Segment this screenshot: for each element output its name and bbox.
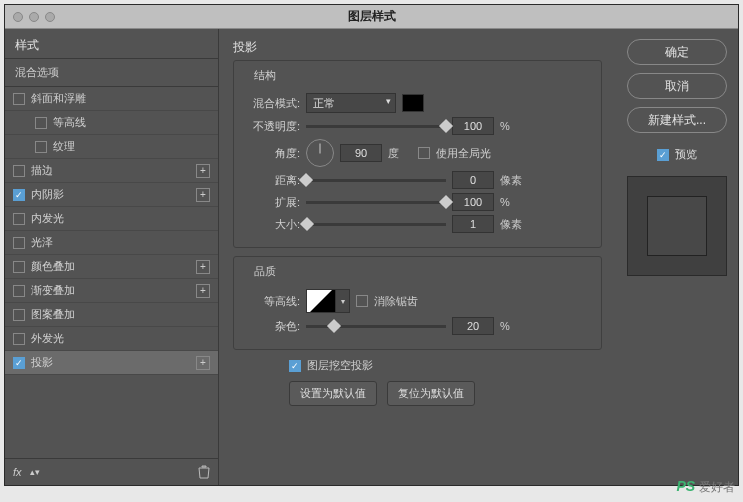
chevron-down-icon[interactable]: ▾ bbox=[336, 289, 350, 313]
distance-slider[interactable] bbox=[306, 179, 446, 182]
size-input[interactable] bbox=[452, 215, 494, 233]
style-checkbox[interactable] bbox=[35, 117, 47, 129]
style-checkbox[interactable] bbox=[13, 213, 25, 225]
color-swatch[interactable] bbox=[402, 94, 424, 112]
style-checkbox[interactable] bbox=[13, 333, 25, 345]
plus-icon[interactable]: + bbox=[196, 356, 210, 370]
dialog-content: 样式 混合选项 斜面和浮雕等高线纹理描边+内阴影+内发光光泽颜色叠加+渐变叠加+… bbox=[5, 29, 738, 485]
size-slider[interactable] bbox=[306, 223, 446, 226]
set-default-button[interactable]: 设置为默认值 bbox=[289, 381, 377, 406]
plus-icon[interactable]: + bbox=[196, 284, 210, 298]
angle-input[interactable] bbox=[340, 144, 382, 162]
spread-input[interactable] bbox=[452, 193, 494, 211]
style-item-8[interactable]: 渐变叠加+ bbox=[5, 279, 218, 303]
style-checkbox[interactable] bbox=[13, 165, 25, 177]
contour-select[interactable]: ▾ bbox=[306, 289, 350, 313]
trash-icon[interactable] bbox=[198, 465, 210, 479]
default-buttons-row: 设置为默认值 复位为默认值 bbox=[289, 381, 602, 406]
structure-legend: 结构 bbox=[250, 68, 280, 83]
style-item-10[interactable]: 外发光 bbox=[5, 327, 218, 351]
spread-unit: % bbox=[500, 196, 524, 208]
style-label: 纹理 bbox=[53, 139, 75, 154]
style-item-5[interactable]: 内发光 bbox=[5, 207, 218, 231]
style-label: 投影 bbox=[31, 355, 53, 370]
antialias-label: 消除锯齿 bbox=[374, 294, 418, 309]
zoom-dot[interactable] bbox=[45, 12, 55, 22]
style-item-7[interactable]: 颜色叠加+ bbox=[5, 255, 218, 279]
sidebar-header: 样式 bbox=[5, 29, 218, 59]
fx-label[interactable]: fx bbox=[13, 466, 22, 478]
style-label: 描边 bbox=[31, 163, 53, 178]
angle-row: 角度: 度 使用全局光 bbox=[244, 139, 591, 167]
angle-dial[interactable] bbox=[306, 139, 334, 167]
reset-default-button[interactable]: 复位为默认值 bbox=[387, 381, 475, 406]
plus-icon[interactable]: + bbox=[196, 188, 210, 202]
preview-swatch bbox=[647, 196, 707, 256]
quality-legend: 品质 bbox=[250, 264, 280, 279]
style-checkbox[interactable] bbox=[13, 189, 25, 201]
close-dot[interactable] bbox=[13, 12, 23, 22]
style-label: 光泽 bbox=[31, 235, 53, 250]
style-item-9[interactable]: 图案叠加 bbox=[5, 303, 218, 327]
ok-button[interactable]: 确定 bbox=[627, 39, 727, 65]
style-checkbox[interactable] bbox=[13, 237, 25, 249]
style-item-1[interactable]: 等高线 bbox=[5, 111, 218, 135]
style-item-11[interactable]: 投影+ bbox=[5, 351, 218, 375]
quality-fieldset: 品质 等高线: ▾ 消除锯齿 杂色: % bbox=[233, 256, 602, 350]
style-checkbox[interactable] bbox=[35, 141, 47, 153]
minimize-dot[interactable] bbox=[29, 12, 39, 22]
styles-sidebar: 样式 混合选项 斜面和浮雕等高线纹理描边+内阴影+内发光光泽颜色叠加+渐变叠加+… bbox=[5, 29, 219, 485]
style-item-2[interactable]: 纹理 bbox=[5, 135, 218, 159]
titlebar[interactable]: 图层样式 bbox=[5, 5, 738, 29]
preview-checkbox[interactable] bbox=[657, 149, 669, 161]
global-light-checkbox[interactable] bbox=[418, 147, 430, 159]
style-item-0[interactable]: 斜面和浮雕 bbox=[5, 87, 218, 111]
blend-mode-select[interactable]: 正常 bbox=[306, 93, 396, 113]
watermark-text: 爱好者 bbox=[699, 480, 735, 494]
knockout-checkbox[interactable] bbox=[289, 360, 301, 372]
opacity-label: 不透明度: bbox=[244, 119, 300, 134]
preview-box bbox=[627, 176, 727, 276]
style-label: 外发光 bbox=[31, 331, 64, 346]
noise-input[interactable] bbox=[452, 317, 494, 335]
style-item-6[interactable]: 光泽 bbox=[5, 231, 218, 255]
cancel-button[interactable]: 取消 bbox=[627, 73, 727, 99]
spread-slider[interactable] bbox=[306, 201, 446, 204]
style-checkbox[interactable] bbox=[13, 93, 25, 105]
sidebar-footer: fx ▴▾ bbox=[5, 458, 218, 485]
structure-fieldset: 结构 混合模式: 正常 不透明度: % 角度: 度 bbox=[233, 60, 602, 248]
noise-label: 杂色: bbox=[244, 319, 300, 334]
spread-label: 扩展: bbox=[244, 195, 300, 210]
style-label: 斜面和浮雕 bbox=[31, 91, 86, 106]
new-style-button[interactable]: 新建样式... bbox=[627, 107, 727, 133]
style-label: 颜色叠加 bbox=[31, 259, 75, 274]
style-checkbox[interactable] bbox=[13, 309, 25, 321]
opacity-input[interactable] bbox=[452, 117, 494, 135]
distance-unit: 像素 bbox=[500, 173, 524, 188]
noise-slider[interactable] bbox=[306, 325, 446, 328]
blend-mode-row: 混合模式: 正常 bbox=[244, 93, 591, 113]
opacity-slider[interactable] bbox=[306, 125, 446, 128]
style-label: 图案叠加 bbox=[31, 307, 75, 322]
distance-label: 距离: bbox=[244, 173, 300, 188]
plus-icon[interactable]: + bbox=[196, 260, 210, 274]
preview-row: 预览 bbox=[657, 147, 697, 162]
style-checkbox[interactable] bbox=[13, 285, 25, 297]
window-controls[interactable] bbox=[13, 12, 55, 22]
style-label: 内发光 bbox=[31, 211, 64, 226]
distance-input[interactable] bbox=[452, 171, 494, 189]
style-item-4[interactable]: 内阴影+ bbox=[5, 183, 218, 207]
antialias-checkbox[interactable] bbox=[356, 295, 368, 307]
spread-row: 扩展: % bbox=[244, 193, 591, 211]
blend-mode-label: 混合模式: bbox=[244, 96, 300, 111]
fx-menu-icon[interactable]: ▴▾ bbox=[30, 467, 40, 477]
plus-icon[interactable]: + bbox=[196, 164, 210, 178]
contour-row: 等高线: ▾ 消除锯齿 bbox=[244, 289, 591, 313]
knockout-label: 图层挖空投影 bbox=[307, 358, 373, 373]
blend-options-item[interactable]: 混合选项 bbox=[5, 59, 218, 87]
style-checkbox[interactable] bbox=[13, 261, 25, 273]
style-checkbox[interactable] bbox=[13, 357, 25, 369]
style-item-3[interactable]: 描边+ bbox=[5, 159, 218, 183]
contour-label: 等高线: bbox=[244, 294, 300, 309]
style-label: 渐变叠加 bbox=[31, 283, 75, 298]
